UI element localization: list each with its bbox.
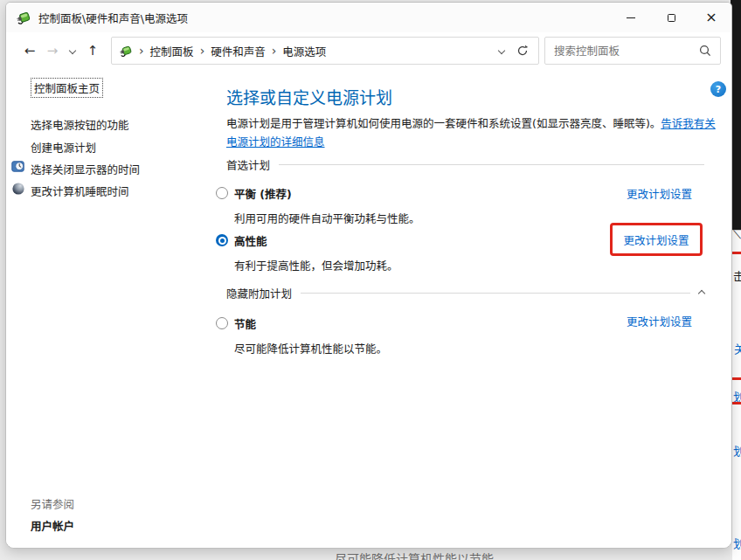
background-red-mark xyxy=(732,377,741,380)
help-button[interactable]: ? xyxy=(710,81,726,97)
sidebar-item-display-off-time[interactable]: 选择关闭显示器的时间 xyxy=(31,161,140,177)
section-divider xyxy=(279,164,704,165)
section-additional-plans: 隐藏附加计划 xyxy=(226,285,704,301)
change-plan-settings-link-balanced[interactable]: 更改计划设置 xyxy=(627,185,692,202)
section-divider xyxy=(301,293,690,294)
window-title: 控制面板\硬件和声音\电源选项 xyxy=(38,10,611,26)
navigation-bar: ← → ↑ › 控制面板 › 硬件和声音 xyxy=(6,32,731,69)
maximize-button[interactable] xyxy=(651,3,691,32)
change-plan-settings-link-high-performance[interactable]: 更改计划设置 xyxy=(623,232,689,248)
radio-high-performance[interactable] xyxy=(216,234,228,246)
close-icon: × xyxy=(705,10,717,24)
breadcrumb-separator: › xyxy=(139,44,144,58)
sidebar: 控制面板主页 选择电源按钮的功能 创建电源计划 选择关闭显示器的时间 xyxy=(6,69,205,548)
forward-button[interactable]: → xyxy=(41,43,64,59)
intro-paragraph: 电源计划是用于管理计算机如何使用电源的一套硬件和系统设置(如显示器亮度、睡眠等)… xyxy=(226,114,717,151)
power-options-icon xyxy=(120,45,133,58)
see-also-user-accounts[interactable]: 用户帐户 xyxy=(31,517,74,534)
refresh-icon[interactable] xyxy=(516,45,529,57)
window-body: ? 控制面板主页 选择电源按钮的功能 创建电源计划 选择关闭显示器的时间 xyxy=(6,69,731,548)
section-label: 首选计划 xyxy=(226,156,270,173)
collapse-section-button[interactable] xyxy=(699,291,704,296)
plan-row-high-performance: 高性能 有利于提高性能，但会增加功耗。 更改计划设置 xyxy=(216,232,710,273)
background-fragment: ⟍ xyxy=(733,228,741,242)
address-bar[interactable]: › 控制面板 › 硬件和声音 › 电源选项 xyxy=(111,37,539,65)
breadcrumb-separator: › xyxy=(272,44,277,58)
breadcrumb-control-panel[interactable]: 控制面板 xyxy=(150,43,194,59)
search-box[interactable] xyxy=(544,37,721,65)
power-options-icon xyxy=(17,10,31,25)
address-dropdown-icon[interactable] xyxy=(498,47,505,54)
chevron-up-icon xyxy=(698,289,705,296)
section-label: 隐藏附加计划 xyxy=(226,285,292,301)
page-title: 选择或自定义电源计划 xyxy=(226,85,392,108)
main-content: 选择或自定义电源计划 电源计划是用于管理计算机如何使用电源的一套硬件和系统设置(… xyxy=(226,69,710,548)
background-fragment: 击 xyxy=(733,267,741,284)
plan-row-balanced: 平衡 (推荐) 利用可用的硬件自动平衡功耗与性能。 更改计划设置 xyxy=(216,185,710,226)
sidebar-item-home[interactable]: 控制面板主页 xyxy=(31,78,103,98)
sidebar-item-sleep-time[interactable]: 更改计算机睡眠时间 xyxy=(31,183,129,199)
sidebar-item-power-buttons[interactable]: 选择电源按钮的功能 xyxy=(31,116,129,133)
title-bar: 控制面板\硬件和声音\电源选项 × xyxy=(6,3,731,32)
section-preferred-plans: 首选计划 xyxy=(226,156,704,173)
plan-row-power-saver: 节能 尽可能降低计算机性能以节能。 更改计划设置 xyxy=(216,315,710,356)
background-red-mark xyxy=(732,252,741,254)
breadcrumb-separator: › xyxy=(200,44,205,58)
search-icon xyxy=(699,45,711,57)
red-highlight-box: 更改计划设置 xyxy=(610,223,703,256)
intro-text: 电源计划是用于管理计算机如何使用电源的一套硬件和系统设置(如显示器亮度、睡眠等)… xyxy=(226,117,661,130)
minimize-icon xyxy=(627,17,635,18)
sleep-sphere-icon xyxy=(11,182,25,196)
back-button[interactable]: ← xyxy=(18,43,41,59)
change-plan-settings-link-power-saver[interactable]: 更改计划设置 xyxy=(627,313,692,329)
display-clock-icon xyxy=(11,160,25,174)
screen: ⟍ 击 关 划 划 划 尽可能降低计算机性能以节能。 控制面板\硬件和声音\电源 xyxy=(0,0,741,560)
radio-balanced[interactable] xyxy=(216,187,228,199)
background-fragment: 关 xyxy=(734,340,741,356)
background-window-light-edge: ⟍ 击 关 划 划 划 xyxy=(732,230,741,560)
plan-description: 尽可能降低计算机性能以节能。 xyxy=(234,340,710,356)
see-also-header: 另请参阅 xyxy=(31,495,74,512)
background-window-text: 尽可能降低计算机性能以节能。 xyxy=(335,550,506,560)
breadcrumb-hardware-sound[interactable]: 硬件和声音 xyxy=(211,43,266,59)
search-input[interactable] xyxy=(554,45,699,58)
maximize-icon xyxy=(668,14,675,22)
breadcrumb-power-options[interactable]: 电源选项 xyxy=(282,43,326,59)
chevron-down-icon xyxy=(69,47,76,54)
control-panel-window: 控制面板\硬件和声音\电源选项 × ← → ↑ xyxy=(5,2,732,549)
background-fragment: 划 xyxy=(733,535,741,551)
radio-power-saver[interactable] xyxy=(216,317,228,329)
minimize-button[interactable] xyxy=(611,3,651,32)
background-fragment: 划 xyxy=(733,442,741,459)
up-button[interactable]: ↑ xyxy=(81,43,104,59)
recent-pages-dropdown[interactable] xyxy=(64,48,81,53)
plan-description: 有利于提高性能，但会增加功耗。 xyxy=(234,257,710,273)
close-button[interactable]: × xyxy=(691,3,731,32)
background-red-mark xyxy=(732,402,741,404)
sidebar-item-create-plan[interactable]: 创建电源计划 xyxy=(31,139,96,156)
